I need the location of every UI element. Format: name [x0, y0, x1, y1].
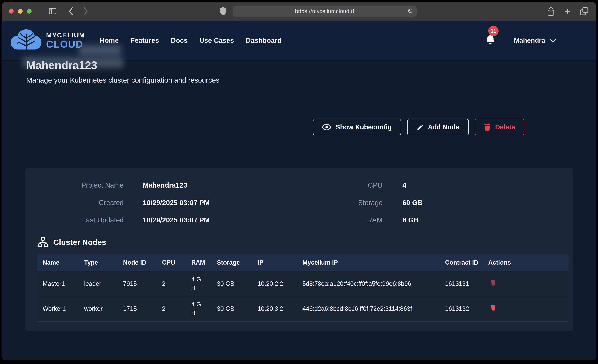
trash-icon	[484, 124, 491, 131]
user-name: Mahendra	[514, 37, 545, 44]
nav-link-use-cases[interactable]: Use Cases	[199, 37, 234, 44]
close-window-button[interactable]	[9, 9, 14, 14]
col-ram: RAM	[186, 254, 212, 271]
url-text: https://myceliumcloud.tf	[295, 8, 354, 14]
zoom-window-button[interactable]	[27, 9, 32, 14]
pencil-icon	[417, 124, 424, 131]
ram-value: 8 GB	[382, 211, 567, 229]
node-id: 1715	[118, 296, 157, 321]
notifications-button[interactable]: 11	[485, 34, 496, 47]
cluster-nodes-table: Name Type Node ID CPU RAM Storage IP Myc…	[37, 254, 568, 322]
node-cpu: 2	[157, 296, 186, 321]
storage-label: Storage	[273, 194, 382, 211]
share-icon[interactable]	[547, 6, 555, 17]
sidebar-toggle-icon[interactable]	[48, 7, 58, 16]
blur-redaction	[23, 58, 124, 68]
col-cpu: CPU	[157, 254, 186, 271]
node-contract-id: 1613132	[440, 296, 483, 321]
storage-value: 60 GB	[382, 194, 567, 211]
created-label: Created	[37, 194, 124, 211]
minimize-window-button[interactable]	[18, 9, 23, 14]
delete-cluster-button[interactable]: Delete	[475, 119, 524, 135]
tab-overview-icon[interactable]	[579, 7, 589, 16]
node-cpu: 2	[157, 271, 186, 296]
forward-icon[interactable]	[83, 7, 89, 16]
col-mycelium-ip: Mycelium IP	[297, 254, 440, 271]
new-tab-icon[interactable]: +	[565, 7, 570, 16]
show-kubeconfig-button[interactable]: Show Kubeconfig	[313, 119, 401, 135]
project-name-value: Mahendra123	[124, 176, 273, 194]
nav-link-dashboard[interactable]: Dashboard	[246, 37, 281, 44]
node-ram: 4 GB	[186, 296, 212, 321]
page-subtitle: Manage your Kubernetes cluster configura…	[26, 76, 596, 84]
browser-chrome: https://myceliumcloud.tf ↻ +	[2, 2, 596, 21]
bell-icon	[485, 34, 496, 46]
col-ip: IP	[252, 254, 297, 271]
back-icon[interactable]	[67, 7, 74, 16]
cpu-value: 4	[382, 176, 567, 194]
node-name: Master1	[37, 271, 79, 296]
node-ip: 10.20.2.2	[252, 271, 297, 296]
network-nodes-icon	[38, 237, 48, 247]
brand-logo[interactable]: MYCELIUM CLOUD	[9, 28, 85, 53]
col-actions: Actions	[483, 254, 568, 271]
mycelium-cloud-logo-icon	[9, 28, 43, 53]
node-ip: 10.20.3.2	[252, 296, 297, 321]
node-ram: 4 GB	[186, 271, 212, 296]
table-row: Master1 leader 7915 2 4 GB 30 GB 10.20.2…	[37, 271, 568, 296]
last-updated-label: Last Updated	[37, 211, 124, 229]
node-storage: 30 GB	[212, 296, 252, 321]
table-header-row: Name Type Node ID CPU RAM Storage IP Myc…	[37, 254, 568, 271]
node-id: 7915	[118, 271, 157, 296]
delete-node-button[interactable]	[488, 279, 496, 286]
node-mycelium-ip: 446:d2a6:8bcd:8c16:ff0f:72e2:3114:863f	[297, 296, 440, 321]
cpu-label: CPU	[273, 176, 382, 194]
nav-link-home[interactable]: Home	[100, 37, 119, 44]
chevron-down-icon	[549, 38, 556, 43]
browser-window: https://myceliumcloud.tf ↻ +	[2, 2, 596, 360]
add-node-button[interactable]: Add Node	[407, 119, 469, 135]
reload-icon[interactable]: ↻	[407, 8, 413, 15]
user-menu[interactable]: Mahendra	[514, 37, 556, 44]
trash-icon	[491, 279, 496, 286]
node-type: leader	[79, 271, 118, 296]
col-contract-id: Contract ID	[440, 254, 483, 271]
cluster-actions: Show Kubeconfig Add Node Delete	[2, 119, 596, 135]
nav-link-docs[interactable]: Docs	[171, 37, 188, 44]
table-row: Worker1 worker 1715 2 4 GB 30 GB 10.20.3…	[37, 296, 568, 321]
node-name: Worker1	[37, 296, 79, 321]
node-type: worker	[79, 296, 118, 321]
notification-badge: 11	[488, 26, 498, 36]
webpage: MYCELIUM CLOUD Home Features Docs Use Ca…	[2, 21, 596, 360]
col-storage: Storage	[212, 254, 252, 271]
col-type: Type	[79, 254, 118, 271]
cluster-nodes-title: Cluster Nodes	[53, 238, 106, 247]
cluster-details-card: Project Name Mahendra123 CPU 4 Created 1…	[25, 168, 573, 331]
ram-label: RAM	[273, 211, 382, 229]
nav-links: Home Features Docs Use Cases Dashboard	[100, 37, 282, 44]
nav-link-features[interactable]: Features	[131, 37, 159, 44]
privacy-shield-icon[interactable]	[219, 7, 227, 16]
node-storage: 30 GB	[212, 271, 252, 296]
project-name-label: Project Name	[37, 176, 124, 194]
node-mycelium-ip: 5d8:78ea:a120:f40c:ff0f:a5fe:99e6:8b96	[297, 271, 440, 296]
address-bar[interactable]: https://myceliumcloud.tf ↻	[233, 6, 417, 17]
cluster-info-grid: Project Name Mahendra123 CPU 4 Created 1…	[37, 176, 567, 229]
cluster-nodes-heading: Cluster Nodes	[37, 237, 567, 247]
trash-icon	[491, 305, 496, 311]
last-updated-value: 10/29/2025 03:07 PM	[124, 211, 273, 229]
delete-node-button[interactable]	[488, 305, 496, 311]
window-controls	[9, 9, 32, 14]
created-value: 10/29/2025 03:07 PM	[124, 194, 273, 211]
col-name: Name	[37, 254, 79, 271]
col-node-id: Node ID	[118, 254, 157, 271]
node-contract-id: 1613131	[440, 271, 483, 296]
eye-icon	[322, 124, 331, 130]
blur-redaction	[79, 45, 121, 55]
